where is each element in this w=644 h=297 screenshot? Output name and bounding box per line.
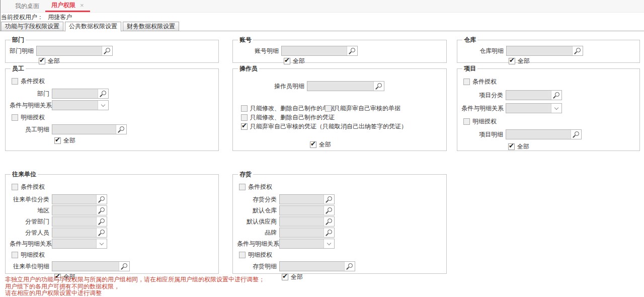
account-detail-field[interactable]	[282, 46, 347, 55]
section-inventory: 存货 条件授权 存货分类 默认仓库 默认供应商	[232, 170, 447, 274]
employee-detail-lookup-button[interactable]	[116, 125, 126, 134]
project-detail-field[interactable]	[506, 130, 571, 139]
employee-conditional-auth-checkbox[interactable]	[12, 78, 18, 85]
operator-only-unapprove-own-docs-checkbox[interactable]	[325, 105, 332, 112]
partner-class-field[interactable]	[52, 195, 96, 204]
employee-relation-select[interactable]	[52, 100, 109, 110]
inventory-default-warehouse-lookup-button[interactable]	[324, 206, 334, 215]
operator-detail-field[interactable]	[307, 82, 373, 91]
inventory-conditional-auth-checkbox[interactable]	[239, 184, 246, 190]
operator-detail-label: 操作员明细	[237, 82, 307, 91]
magnifier-icon	[102, 91, 106, 95]
partner-detail-input[interactable]	[52, 261, 130, 271]
operator-only-unapprove-own-docs-label: 只能弃审自己审核的单据	[334, 104, 400, 113]
account-detail-input[interactable]	[281, 46, 358, 56]
footer-notes: 非独立用户的功能与字段权限与所属的用户组相同，请在相应所属用户组的权限设置中进行…	[5, 276, 265, 297]
account-all-checkbox[interactable]	[284, 58, 290, 64]
partner-person-input[interactable]	[52, 228, 107, 238]
partner-dept-field[interactable]	[52, 217, 96, 226]
partner-relation-select[interactable]	[52, 239, 107, 249]
inventory-default-supplier-lookup-button[interactable]	[324, 217, 334, 226]
operator-only-unapprove-own-vouchers-checkbox[interactable]	[241, 123, 248, 130]
operator-only-modify-delete-own-vouchers-checkbox[interactable]	[241, 114, 248, 121]
inventory-brand-field[interactable]	[280, 228, 324, 237]
inventory-class-lookup-button[interactable]	[324, 195, 334, 204]
project-relation-select[interactable]	[506, 103, 562, 113]
inventory-default-supplier-field[interactable]	[280, 217, 324, 226]
inventory-brand-lookup-button[interactable]	[324, 228, 334, 237]
partner-area-input[interactable]	[52, 205, 107, 215]
warehouse-all-checkbox[interactable]	[509, 58, 515, 64]
section-business-partner-legend: 往来单位	[11, 170, 38, 179]
employee-detail-field[interactable]	[52, 125, 116, 134]
warehouse-detail-field[interactable]	[507, 46, 572, 55]
employee-all-checkbox[interactable]	[54, 137, 61, 144]
project-detail-lookup-button[interactable]	[571, 130, 581, 139]
department-all-checkbox[interactable]	[39, 58, 45, 64]
subtab-financial-data-permission[interactable]: 财务数据权限设置	[123, 22, 179, 31]
project-conditional-auth-checkbox[interactable]	[463, 79, 470, 85]
warehouse-detail-lookup-button[interactable]	[572, 46, 583, 55]
employee-dept-field[interactable]	[52, 89, 98, 98]
partner-relation-dropdown-button[interactable]	[96, 239, 107, 248]
inventory-relation-value	[280, 239, 324, 248]
subtab-public-data-permission[interactable]: 公共数据权限设置	[65, 22, 121, 32]
section-project: 项目 条件授权 项目分类 条件与明细关系 明细授权 项目明细	[457, 64, 640, 151]
project-relation-dropdown-button[interactable]	[551, 104, 561, 113]
employee-relation-dropdown-button[interactable]	[98, 101, 108, 110]
partner-conditional-auth-checkbox[interactable]	[12, 184, 18, 190]
employee-detail-input[interactable]	[52, 124, 127, 134]
operator-all-checkbox[interactable]	[310, 141, 316, 148]
department-detail-input[interactable]	[36, 46, 113, 56]
inventory-detail-lookup-button[interactable]	[344, 262, 355, 271]
inventory-default-warehouse-field[interactable]	[280, 206, 324, 215]
inventory-all-checkbox[interactable]	[282, 274, 288, 280]
partner-area-lookup-button[interactable]	[96, 206, 107, 215]
operator-detail-input[interactable]	[307, 81, 384, 91]
operator-detail-lookup-button[interactable]	[373, 82, 384, 91]
tab-my-desktop[interactable]: 我的桌面	[9, 0, 45, 12]
magnifier-icon	[328, 218, 332, 223]
warehouse-detail-input[interactable]	[506, 46, 583, 56]
inventory-detail-auth-checkbox[interactable]	[239, 252, 246, 258]
partner-dept-input[interactable]	[52, 216, 107, 227]
department-detail-lookup-button[interactable]	[102, 46, 112, 55]
partner-dept-lookup-button[interactable]	[96, 217, 107, 226]
project-detail-auth-checkbox[interactable]	[463, 118, 470, 125]
employee-dept-lookup-button[interactable]	[98, 89, 108, 98]
partner-detail-lookup-button[interactable]	[119, 262, 129, 271]
operator-only-modify-delete-own-docs-checkbox[interactable]	[241, 105, 248, 112]
employee-detail-auth-checkbox[interactable]	[12, 114, 18, 121]
partner-area-field[interactable]	[52, 206, 96, 215]
employee-dept-input[interactable]	[52, 89, 109, 99]
inventory-class-input[interactable]	[279, 194, 335, 204]
partner-detail-auth-checkbox[interactable]	[12, 252, 18, 258]
partner-class-input[interactable]	[52, 194, 107, 204]
section-warehouse: 仓库 仓库明细 全部	[457, 36, 640, 63]
department-detail-label: 部门明细	[10, 47, 36, 55]
close-icon[interactable]: ×	[80, 2, 84, 9]
partner-class-lookup-button[interactable]	[96, 195, 107, 204]
magnifier-icon	[377, 83, 382, 88]
inventory-relation-dropdown-button[interactable]	[324, 239, 334, 248]
project-class-input[interactable]	[506, 90, 562, 100]
partner-person-lookup-button[interactable]	[96, 228, 107, 237]
operator-only-modify-delete-own-vouchers-label: 只能修改、删除自己制作的凭证	[250, 113, 335, 122]
account-detail-lookup-button[interactable]	[347, 46, 357, 55]
inventory-relation-select[interactable]	[279, 239, 335, 249]
project-class-field[interactable]	[506, 91, 551, 100]
department-detail-field[interactable]	[37, 46, 102, 55]
tab-user-permissions[interactable]: 用户权限 ×	[45, 0, 90, 12]
project-class-lookup-button[interactable]	[551, 91, 561, 100]
partner-detail-field[interactable]	[52, 262, 119, 271]
inventory-default-warehouse-input[interactable]	[279, 205, 335, 215]
subtab-function-field-permission[interactable]: 功能与字段权限设置	[1, 22, 63, 31]
inventory-detail-field[interactable]	[280, 262, 344, 271]
project-all-checkbox[interactable]	[508, 143, 515, 150]
project-detail-input[interactable]	[506, 129, 582, 139]
partner-person-field[interactable]	[52, 228, 96, 237]
inventory-brand-input[interactable]	[279, 228, 335, 238]
inventory-default-supplier-input[interactable]	[279, 216, 335, 227]
inventory-class-field[interactable]	[280, 195, 324, 204]
inventory-detail-input[interactable]	[279, 261, 355, 271]
